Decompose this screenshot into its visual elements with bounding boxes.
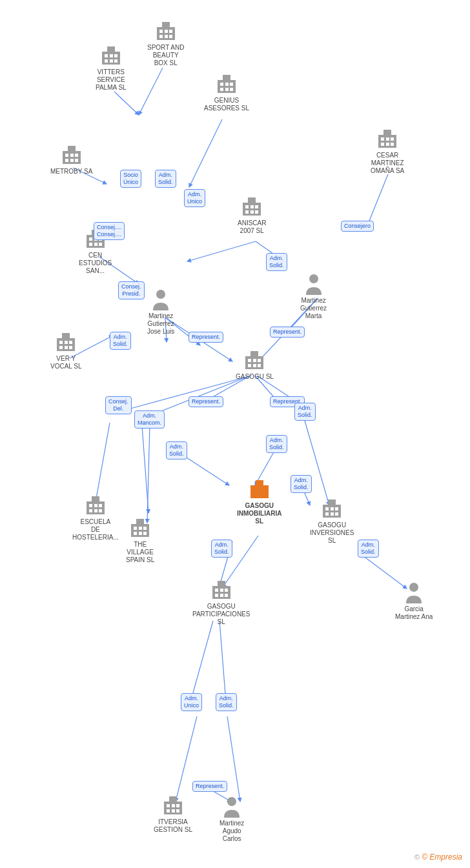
svg-rect-48	[114, 59, 118, 63]
node-sport-beauty[interactable]: SPORT AND BEAUTY BOX SL	[147, 19, 184, 67]
badge-represent-5[interactable]: Represent.	[192, 781, 227, 792]
badge-adm-solid-4[interactable]: Adm.Solid.	[294, 403, 316, 421]
svg-rect-53	[230, 83, 233, 86]
svg-rect-47	[110, 59, 113, 63]
svg-rect-68	[386, 137, 389, 141]
person-icon	[221, 795, 242, 818]
svg-rect-134	[134, 532, 137, 535]
badge-adm-solid-7[interactable]: Adm.Solid.	[291, 475, 312, 493]
node-person-jose[interactable]: Martinez Gutierrez Jose Luis	[147, 288, 174, 336]
svg-rect-99	[248, 359, 251, 362]
svg-rect-41	[162, 22, 170, 27]
node-vitters[interactable]: VITTERS SERVICE PALMA SL	[96, 44, 127, 92]
svg-rect-96	[69, 346, 72, 349]
svg-rect-86	[89, 243, 92, 246]
badge-adm-solid-6[interactable]: Adm.Solid.	[266, 435, 287, 453]
svg-rect-75	[245, 205, 249, 208]
svg-rect-49	[107, 46, 115, 52]
svg-rect-115	[325, 507, 329, 510]
badge-adm-solid-10[interactable]: Adm.Solid.	[216, 693, 237, 711]
node-village-spain[interactable]: THE VILLAGE SPAIN SL	[126, 516, 154, 564]
svg-rect-107	[253, 488, 256, 491]
svg-line-0	[139, 68, 163, 115]
svg-rect-101	[258, 359, 261, 362]
node-label: ESCUELA DE HOSTELERIA...	[72, 518, 119, 541]
badge-adm-solid-8[interactable]: Adm.Solid.	[211, 540, 232, 558]
svg-rect-83	[89, 237, 92, 241]
svg-rect-153	[169, 796, 177, 802]
svg-rect-135	[139, 532, 142, 535]
badge-represent-3[interactable]: Represent.	[189, 396, 223, 407]
badge-adm-solid-1[interactable]: Adm.Solid.	[155, 170, 176, 188]
node-label: SPORT AND BEAUTY BOX SL	[147, 44, 184, 67]
svg-rect-81	[248, 197, 256, 203]
svg-rect-128	[99, 509, 102, 512]
badge-consej-del[interactable]: Consej.Del.	[105, 396, 132, 414]
node-gasogu-participaciones[interactable]: GASOGU PARTICIPACIONES SL	[192, 578, 250, 626]
badge-consej-presid[interactable]: Consej.Presid.	[118, 281, 145, 299]
svg-rect-79	[250, 210, 254, 214]
node-gasogu-sl[interactable]: GASOGU SL	[236, 348, 274, 381]
svg-rect-94	[59, 346, 63, 349]
svg-line-19	[142, 426, 148, 513]
badge-adm-solid-5[interactable]: Adm.Solid.	[166, 441, 187, 459]
badge-adm-solid-2[interactable]: Adm.Solid.	[266, 253, 287, 271]
node-aniscar[interactable]: ANISCAR 2007 SL	[238, 195, 266, 235]
svg-rect-145	[218, 581, 225, 586]
person-icon	[404, 581, 424, 604]
node-genius[interactable]: GENIUS ASESORES SL	[204, 72, 249, 112]
badge-consejero[interactable]: Consejero	[341, 221, 374, 232]
building-icon	[54, 330, 77, 354]
badge-adm-mancom[interactable]: Adm.Mancom.	[134, 410, 165, 429]
node-gasogu-inversiones[interactable]: GASOGU INVERSIONES SL	[310, 497, 354, 545]
svg-rect-116	[331, 507, 334, 510]
svg-rect-88	[99, 243, 102, 246]
badge-consej-1[interactable]: Consej....Consej....	[94, 222, 125, 240]
svg-rect-57	[223, 75, 230, 80]
badge-represent-2[interactable]: Represent.	[270, 327, 305, 338]
svg-rect-95	[65, 346, 68, 349]
svg-rect-78	[245, 210, 249, 214]
svg-rect-100	[253, 359, 256, 362]
node-escuela[interactable]: ESCUELA DE HOSTELERIA...	[72, 494, 119, 541]
svg-line-2	[189, 119, 222, 187]
svg-rect-36	[165, 30, 168, 33]
node-label: GASOGU INVERSIONES SL	[310, 521, 354, 545]
badge-adm-solid-9[interactable]: Adm.Solid.	[358, 540, 379, 558]
svg-rect-125	[99, 504, 102, 507]
node-label: VITTERS SERVICE PALMA SL	[96, 68, 127, 92]
badge-adm-solid-3[interactable]: Adm.Solid.	[110, 332, 131, 350]
svg-rect-150	[167, 809, 170, 812]
diagram-container: SPORT AND BEAUTY BOX SL VITTERS SERVICE …	[0, 0, 470, 868]
svg-rect-80	[255, 210, 258, 214]
building-icon	[84, 494, 107, 517]
svg-rect-45	[114, 54, 118, 57]
building-icon	[60, 143, 83, 167]
svg-rect-51	[220, 83, 223, 86]
svg-line-5	[187, 241, 256, 261]
node-metroby[interactable]: METROBY SA	[50, 143, 92, 176]
node-gasogu-inmobiliaria[interactable]: GASOGU INMOBILIARIA SL	[237, 478, 281, 525]
svg-rect-63	[70, 159, 74, 162]
svg-rect-97	[62, 333, 70, 338]
svg-rect-129	[92, 496, 99, 501]
badge-adm-unico-2[interactable]: Adm.Unico	[181, 693, 202, 711]
svg-line-25	[147, 425, 150, 523]
node-person-marta[interactable]: Martinez Gutierrez Marta	[300, 272, 327, 320]
building-icon	[243, 348, 266, 372]
node-person-garcia[interactable]: Garcia Martinez Ana	[395, 581, 433, 621]
node-itversia[interactable]: ITVERSIA GESTION SL	[154, 794, 192, 834]
svg-line-29	[190, 621, 213, 702]
badge-represent-1[interactable]: Represent.	[189, 332, 223, 343]
node-cesar-martinez[interactable]: CESAR MARTINEZ OMAÑA SA	[371, 127, 404, 175]
badge-socio-unico[interactable]: SocioÚnico	[120, 170, 141, 188]
svg-rect-69	[391, 137, 394, 141]
svg-rect-111	[258, 493, 261, 496]
node-ver-vocal[interactable]: VER Y VOCAL SL	[50, 330, 82, 370]
node-person-carlos[interactable]: Martinez Agudo Carlos	[220, 795, 244, 843]
svg-rect-103	[253, 364, 256, 367]
svg-rect-136	[143, 532, 147, 535]
svg-line-30	[220, 621, 226, 702]
badge-adm-unico-1[interactable]: Adm.Unico	[184, 189, 205, 207]
svg-rect-39	[165, 35, 168, 38]
